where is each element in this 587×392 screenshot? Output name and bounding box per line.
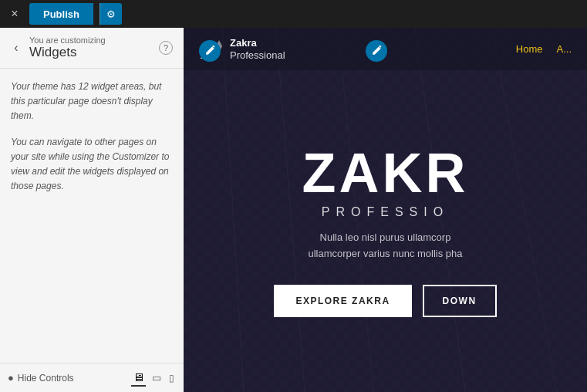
nav-home: Home	[516, 43, 543, 55]
hide-controls-label: Hide Controls	[18, 373, 74, 384]
tablet-icon-button[interactable]: ▭	[150, 369, 163, 387]
sidebar-text-2: You can navigate to other pages on your …	[11, 135, 173, 194]
device-icons: 🖥 ▭ ▯	[131, 369, 176, 387]
publish-button[interactable]: Publish	[29, 3, 93, 25]
circle-icon: ●	[8, 372, 14, 384]
sidebar-content: Your theme has 12 widget areas, but this…	[0, 69, 184, 363]
hero-title: ZAKR	[302, 145, 469, 201]
sidebar-text-1: Your theme has 12 widget areas, but this…	[11, 79, 173, 124]
desktop-icon-button[interactable]: 🖥	[131, 369, 146, 387]
hero-subtitle: PROFESSIO	[322, 205, 449, 219]
edit-icon-top-center[interactable]	[366, 40, 387, 62]
desktop-icon: 🖥	[133, 370, 144, 384]
customizing-label: You are customizing	[29, 35, 154, 45]
bottom-bar: ● Hide Controls 🖥 ▭ ▯	[0, 363, 184, 392]
nav-links: Home A...	[516, 43, 572, 55]
top-bar: × Publish ⚙	[0, 0, 587, 28]
help-icon[interactable]: ?	[159, 41, 173, 55]
mobile-icon: ▯	[169, 373, 174, 384]
sidebar: ‹ You are customizing Widgets ? Your the…	[0, 28, 184, 392]
mobile-icon-button[interactable]: ▯	[167, 369, 176, 387]
widgets-title: Widgets	[29, 45, 154, 60]
tablet-icon: ▭	[152, 372, 161, 384]
close-button[interactable]: ×	[6, 5, 23, 22]
back-button[interactable]: ‹	[8, 39, 25, 56]
explore-button[interactable]: EXPLORE ZAKRA	[274, 285, 411, 317]
main-area: ‹ You are customizing Widgets ? Your the…	[0, 28, 587, 392]
preview-area: Zakra Professional Home A... ZAKR PROFES…	[184, 28, 587, 392]
sidebar-header: ‹ You are customizing Widgets ?	[0, 28, 184, 69]
edit-icon-top-left[interactable]	[199, 40, 221, 62]
hero-section: ZAKR PROFESSIO Nulla leo nisl purus ulla…	[184, 70, 587, 392]
hero-description: Nulla leo nisl purus ullamcorp ullamcorp…	[308, 230, 462, 262]
down-button[interactable]: DOWN	[423, 285, 497, 317]
hide-controls-button[interactable]: ● Hide Controls	[8, 372, 74, 384]
nav-about: A...	[556, 43, 572, 55]
logo-text: Zakra Professional	[230, 37, 285, 61]
publish-gear-button[interactable]: ⚙	[100, 3, 122, 25]
hero-buttons: EXPLORE ZAKRA DOWN	[274, 285, 496, 317]
gear-icon: ⚙	[106, 8, 116, 20]
sidebar-header-info: You are customizing Widgets	[29, 35, 154, 60]
